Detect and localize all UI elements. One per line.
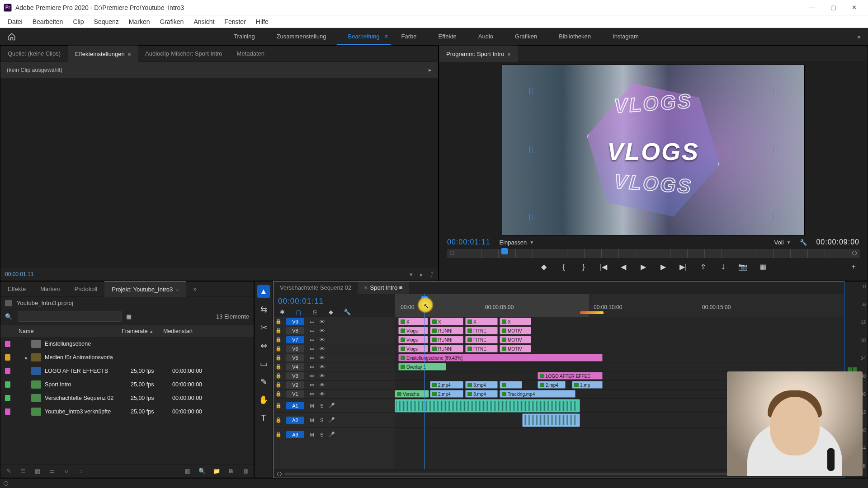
workspace-tab-color[interactable]: Farbe	[391, 28, 428, 45]
sync-lock-icon[interactable]: ▭	[307, 364, 317, 370]
track-name[interactable]: V5	[286, 354, 304, 361]
mute-button[interactable]: M	[307, 418, 317, 423]
lock-icon[interactable]: 🔒	[274, 382, 283, 388]
program-time-ruler[interactable]	[447, 249, 859, 258]
video-track-header[interactable]: 🔒 V2 ▭ 👁	[274, 380, 395, 389]
nest-toggle-icon[interactable]: ✱	[278, 309, 286, 315]
sync-lock-icon[interactable]: ▭	[307, 319, 317, 324]
timeline-clip[interactable]: MOTIV	[500, 345, 531, 352]
workspace-tab-audio[interactable]: Audio	[467, 28, 504, 45]
extract-button[interactable]: ⤓	[718, 263, 728, 271]
tab-source[interactable]: Quelle: (keine Clips)	[0, 46, 68, 62]
program-monitor-viewport[interactable]: VLOGS VLOGS VLOGS	[502, 65, 805, 235]
timeline-clip[interactable]: LOGO AFTER EFFEC	[538, 372, 603, 380]
play-button[interactable]: ▶	[638, 263, 648, 271]
bin-view-icon[interactable]: ▦	[126, 313, 132, 320]
video-track-lane[interactable]: VlogsRUNNIFITNEMOTIV	[395, 335, 844, 344]
track-name[interactable]: V3	[286, 372, 304, 380]
scrub-start-handle[interactable]	[450, 251, 454, 255]
program-playhead[interactable]	[501, 248, 508, 254]
col-framerate[interactable]: Framerate▲	[122, 328, 163, 334]
visibility-icon[interactable]: 👁	[317, 391, 327, 397]
timeline-clip[interactable]: FITNE	[465, 327, 498, 334]
timeline-clip[interactable]: 3.mp4	[465, 381, 498, 389]
col-name[interactable]: Name	[19, 328, 122, 334]
panel-menu-icon[interactable]: ≡	[176, 287, 179, 292]
freeform-view-icon[interactable]: ▭	[48, 468, 56, 474]
timeline-clip[interactable]: FITNE	[465, 345, 498, 352]
settings-wrench-icon[interactable]: 🔧	[800, 239, 807, 246]
timeline-clip[interactable]: 3.mp4	[465, 390, 498, 398]
project-item[interactable]: ▸ Medien für Animationsvorla	[0, 351, 254, 364]
settings-icon[interactable]: 🔧	[343, 309, 351, 315]
video-track-header[interactable]: 🔒 V1 ▭ 👁	[274, 389, 395, 398]
project-item[interactable]: Youtube_Intro3 verknüpfte 25,00 fps 00:0…	[0, 405, 254, 418]
timeline-tab-sport-intro[interactable]: × Sport Intro ≡	[358, 282, 409, 294]
goto-out-button[interactable]: ▶|	[678, 263, 688, 271]
lock-icon[interactable]: 🔒	[274, 319, 283, 324]
program-current-timecode[interactable]: 00:00:01:11	[447, 238, 491, 246]
video-track-lane[interactable]: VlogsRUNNIFITNEMOTIV	[395, 326, 844, 335]
video-track-lane[interactable]: VlogsRUNNIFITNEMOTIV	[395, 344, 844, 353]
tab-project[interactable]: Projekt: Youtube_Intro3≡	[104, 281, 186, 297]
solo-button[interactable]: S	[317, 403, 327, 408]
workspace-tab-effects[interactable]: Effekte	[428, 28, 467, 45]
track-name[interactable]: A1	[286, 402, 304, 409]
video-track-header[interactable]: 🔒 V8 ▭ 👁	[274, 326, 395, 335]
track-name[interactable]: V8	[286, 327, 304, 334]
window-maximize-button[interactable]: ▢	[823, 1, 844, 14]
lock-icon[interactable]: 🔒	[274, 373, 283, 379]
video-track-lane[interactable]: Overlay 1	[395, 362, 844, 371]
list-view-icon[interactable]: ☰	[19, 468, 27, 474]
tab-markers[interactable]: Marken	[33, 281, 67, 297]
menu-file[interactable]: Datei	[3, 15, 28, 28]
timeline-clip[interactable]: X	[398, 318, 428, 325]
close-icon[interactable]: ×	[364, 284, 368, 291]
menu-window[interactable]: Fenster	[219, 15, 250, 28]
export-icon[interactable]: ⤴	[430, 271, 434, 278]
timeline-clip[interactable]: X	[465, 318, 498, 325]
lock-icon[interactable]: 🔒	[274, 432, 283, 437]
video-track-header[interactable]: 🔒 V3 ▭ 👁	[274, 371, 395, 380]
add-marker-button[interactable]: ◆	[539, 263, 549, 271]
step-back-button[interactable]: ◀	[618, 263, 628, 271]
lock-icon[interactable]: 🔒	[274, 417, 283, 423]
video-track-lane[interactable]: XXXX	[395, 317, 844, 326]
menu-sequence[interactable]: Sequenz	[89, 15, 124, 28]
sync-lock-icon[interactable]: ▭	[307, 391, 317, 397]
timeline-audio-clip[interactable]	[395, 399, 580, 413]
linked-selection-icon[interactable]: ⎘	[311, 309, 319, 315]
track-name[interactable]: V1	[286, 390, 304, 398]
mark-in-button[interactable]: {	[559, 263, 569, 271]
timeline-clip[interactable]: Vlogs	[398, 345, 428, 352]
sync-lock-icon[interactable]: ▭	[307, 382, 317, 388]
audio-track-header[interactable]: 🔒 A2 M S 🎤	[274, 413, 395, 427]
video-track-header[interactable]: 🔒 V4 ▭ 👁	[274, 362, 395, 371]
video-track-lane[interactable]: Einstellungsebene [89,43%]	[395, 353, 844, 362]
expand-toggle[interactable]: ▸	[23, 354, 29, 361]
mute-button[interactable]: M	[307, 432, 317, 437]
menu-markers[interactable]: Marken	[124, 15, 155, 28]
razor-tool[interactable]: ▭	[257, 357, 270, 370]
sort-icon[interactable]: ≡	[77, 468, 85, 474]
timeline-clip[interactable]: X	[500, 318, 531, 325]
zoom-fit-dropdown[interactable]: Einpassen▼	[500, 239, 534, 246]
track-name[interactable]: V2	[286, 381, 304, 389]
tab-metadata[interactable]: Metadaten	[230, 46, 272, 62]
timeline-clip[interactable]: Vlogs	[398, 327, 428, 334]
video-track-header[interactable]: 🔒 V9 ▭ 👁	[274, 317, 395, 326]
timeline-clip[interactable]: Verscha	[395, 390, 429, 398]
window-minimize-button[interactable]: —	[802, 1, 823, 14]
timeline-clip[interactable]: Tracking.mp4	[500, 390, 576, 398]
step-forward-button[interactable]: ▶	[658, 263, 668, 271]
workspace-tab-instagram[interactable]: Instagram	[602, 28, 650, 45]
panel-menu-icon[interactable]: ≡	[508, 52, 510, 57]
marker-icon[interactable]: ◆	[327, 309, 335, 315]
sync-lock-icon[interactable]: ▭	[307, 355, 317, 361]
slip-tool[interactable]: ⇔	[257, 339, 270, 352]
menu-view[interactable]: Ansicht	[189, 15, 219, 28]
project-item[interactable]: LOGO AFTER EFFECTS 25,00 fps 00:00:00:00	[0, 364, 254, 378]
workspace-tab-graphics[interactable]: Grafiken	[504, 28, 548, 45]
write-icon[interactable]: ✎	[5, 468, 12, 474]
step-icon[interactable]: ▸	[420, 271, 423, 278]
